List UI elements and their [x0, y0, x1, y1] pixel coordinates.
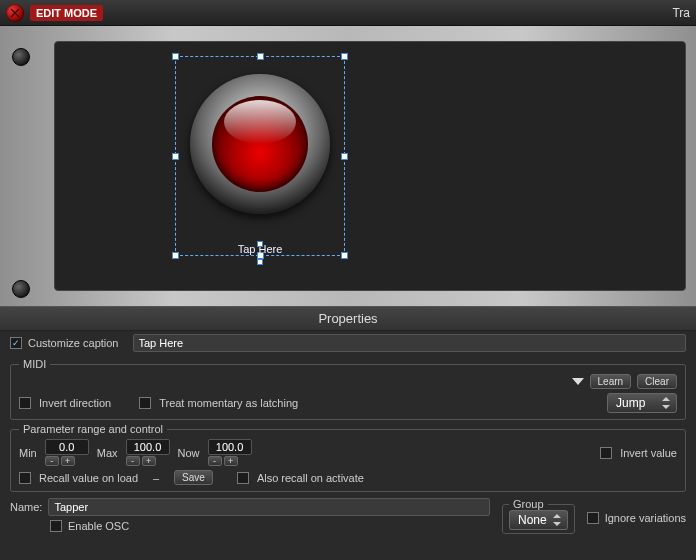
- now-label: Now: [178, 447, 200, 459]
- invert-value-checkbox[interactable]: [600, 447, 612, 459]
- rail-left: [0, 26, 44, 306]
- max-dec[interactable]: -: [126, 456, 140, 466]
- recall-indicator: –: [146, 472, 166, 484]
- screw-icon: [12, 280, 30, 298]
- also-recall-checkbox[interactable]: [237, 472, 249, 484]
- customize-caption-label: Customize caption: [28, 337, 119, 349]
- recall-on-load-checkbox[interactable]: [19, 472, 31, 484]
- edit-canvas[interactable]: Tap Here: [54, 41, 686, 291]
- min-label: Min: [19, 447, 37, 459]
- properties-panel: Properties Customize caption MIDI Learn …: [0, 306, 696, 560]
- midi-clear-button[interactable]: Clear: [637, 374, 677, 389]
- screw-icon: [12, 48, 30, 66]
- selection-box[interactable]: Tap Here: [175, 56, 345, 256]
- min-dec[interactable]: -: [45, 456, 59, 466]
- max-inc[interactable]: +: [142, 456, 156, 466]
- now-dec[interactable]: -: [208, 456, 222, 466]
- treat-momentary-label: Treat momentary as latching: [159, 397, 298, 409]
- title-bar: EDIT MODE Tra: [0, 0, 696, 26]
- max-value[interactable]: 100.0: [126, 439, 170, 455]
- resize-handle[interactable]: [341, 153, 348, 160]
- topbar-right-text: Tra: [672, 6, 690, 20]
- name-input[interactable]: [48, 498, 490, 516]
- parameter-legend: Parameter range and control: [19, 423, 167, 435]
- resize-handle[interactable]: [257, 53, 264, 60]
- midi-group: MIDI Learn Clear Invert direction Treat …: [10, 358, 686, 420]
- now-inc[interactable]: +: [224, 456, 238, 466]
- invert-value-label: Invert value: [620, 447, 677, 459]
- save-button[interactable]: Save: [174, 470, 213, 485]
- name-label: Name:: [10, 501, 42, 513]
- parameter-group: Parameter range and control Min 0.0 -+ M…: [10, 423, 686, 492]
- midi-mode-dropdown[interactable]: Jump: [607, 393, 677, 413]
- rack-panel: Tap Here: [0, 26, 696, 306]
- resize-handle[interactable]: [172, 153, 179, 160]
- ignore-variations-checkbox[interactable]: [587, 512, 599, 524]
- midi-legend: MIDI: [19, 358, 50, 370]
- tap-button[interactable]: [190, 74, 330, 214]
- caption-input[interactable]: [133, 334, 687, 352]
- mode-badge: EDIT MODE: [30, 5, 103, 21]
- group-legend: Group: [509, 498, 548, 510]
- group-dropdown[interactable]: None: [509, 510, 568, 530]
- disclosure-icon[interactable]: [572, 378, 584, 385]
- customize-caption-checkbox[interactable]: [10, 337, 22, 349]
- ignore-variations-label: Ignore variations: [605, 512, 686, 524]
- recall-on-load-label: Recall value on load: [39, 472, 138, 484]
- enable-osc-checkbox[interactable]: [50, 520, 62, 532]
- resize-handle[interactable]: [172, 53, 179, 60]
- resize-handle[interactable]: [341, 53, 348, 60]
- max-label: Max: [97, 447, 118, 459]
- resize-handle[interactable]: [257, 259, 263, 265]
- close-icon[interactable]: [6, 4, 24, 22]
- min-value[interactable]: 0.0: [45, 439, 89, 455]
- midi-learn-button[interactable]: Learn: [590, 374, 632, 389]
- properties-title: Properties: [0, 307, 696, 331]
- group-fieldset: Group None: [502, 498, 575, 534]
- also-recall-label: Also recall on activate: [257, 472, 364, 484]
- invert-direction-checkbox[interactable]: [19, 397, 31, 409]
- min-inc[interactable]: +: [61, 456, 75, 466]
- resize-handle[interactable]: [257, 241, 263, 247]
- treat-momentary-checkbox[interactable]: [139, 397, 151, 409]
- invert-direction-label: Invert direction: [39, 397, 111, 409]
- now-value[interactable]: 100.0: [208, 439, 252, 455]
- enable-osc-label: Enable OSC: [68, 520, 129, 532]
